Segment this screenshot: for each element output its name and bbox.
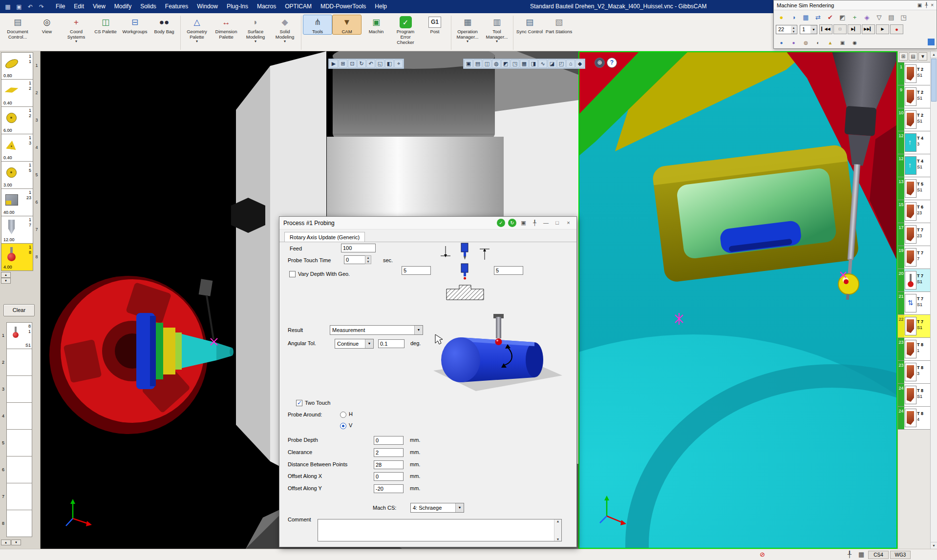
sim-probe-display-icon[interactable]: ▽ <box>873 12 885 22</box>
probe-around-v-radio[interactable] <box>340 423 346 429</box>
sim-stop-button[interactable]: □ <box>833 24 847 34</box>
sim-tool-display-icon[interactable]: ● <box>776 37 787 47</box>
status-stop-all-icon[interactable]: ⊘ <box>760 551 765 559</box>
palette-toggle-icon[interactable]: ◫ <box>483 60 491 68</box>
status-grid-icon[interactable]: ▦ <box>858 551 864 559</box>
menu-macros[interactable]: Macros <box>253 0 280 13</box>
toolbar-machining[interactable]: ▣Machin <box>362 15 391 35</box>
scroll-down-icon[interactable]: ▼ <box>931 542 937 549</box>
sim-axes-icon[interactable]: + <box>849 12 860 22</box>
layers-view-icon[interactable]: ▤ <box>473 60 482 68</box>
dialog-rerun-icon[interactable]: ↻ <box>508 219 516 227</box>
dialog-close-icon[interactable]: × <box>564 219 573 227</box>
dropdown-arrow-icon[interactable]: ▾ <box>284 40 286 43</box>
sim-panel-titlebar[interactable]: Machine Sim Rendering ▣╀× <box>774 0 937 10</box>
ops-scrollbar[interactable]: ▲ ▼ <box>930 51 937 549</box>
stock-view-icon[interactable]: ◪ <box>548 60 556 68</box>
tool-slot-5[interactable]: 153.00 <box>1 162 33 189</box>
offset-along-x-input[interactable] <box>374 472 404 481</box>
dropdown-arrow-icon[interactable]: ▾ <box>255 40 256 43</box>
wg-slot-5[interactable] <box>6 430 32 456</box>
toolbar-geometry-palette[interactable]: △Geometry Palette▾ <box>182 15 212 44</box>
toolbar-dimension-palette[interactable]: ↔Dimension Palette <box>212 15 241 40</box>
wg-indicator[interactable]: WG3 <box>890 551 911 559</box>
tool-slot-3[interactable]: 126.00 <box>1 107 33 134</box>
toolbar-document-control[interactable]: ▤Document Control... <box>3 15 32 40</box>
menu-features[interactable]: Features <box>161 0 192 13</box>
tool-slot-4[interactable]: 130.40 <box>1 134 33 162</box>
dialog-maximize-icon[interactable]: □ <box>553 219 561 227</box>
dropdown-arrow-icon[interactable]: ▾ <box>75 40 77 43</box>
opacity-icon[interactable]: ◍ <box>492 60 501 68</box>
approach-left-input[interactable] <box>402 266 431 275</box>
sim-speed-input[interactable]: 22 ▲▼ <box>776 25 797 34</box>
operation-item-8[interactable]: 17T 723 <box>898 223 931 246</box>
undo-icon[interactable]: ↶ <box>26 3 34 11</box>
angular-tol-input[interactable] <box>378 339 405 348</box>
wg-slot-6[interactable] <box>6 456 32 483</box>
toolbar-program-error-checker[interactable]: ✓Program Error Checker <box>391 15 420 45</box>
wg-slot-7[interactable] <box>6 483 32 510</box>
comment-input[interactable]: ▲▼ <box>318 519 562 541</box>
toolbar-sync-control[interactable]: ▤Sync Control <box>515 15 544 35</box>
operation-item-9[interactable]: 19T 77 <box>898 246 931 269</box>
operation-item-11[interactable]: 21T 7S1 <box>898 292 931 315</box>
cs-indicator[interactable]: CS4 <box>868 551 889 559</box>
sim-dock-icon[interactable]: ▣ <box>917 2 922 8</box>
wg-slot-8[interactable] <box>6 510 32 537</box>
menu-file[interactable]: File <box>51 0 69 13</box>
machine-view-icon[interactable]: ⌂ <box>566 60 575 68</box>
operation-item-4[interactable]: 12T 43 <box>898 131 931 154</box>
menu-view[interactable]: View <box>88 0 110 13</box>
probe-around-h-radio[interactable] <box>340 412 346 418</box>
rotate-view-icon[interactable]: ↻ <box>357 60 366 68</box>
top-view-icon[interactable]: ◱ <box>376 60 384 68</box>
sim-compare-icon[interactable]: ⇄ <box>812 12 824 22</box>
sim-shading-icon[interactable]: ◑ <box>788 12 799 22</box>
operation-item-12[interactable]: 22T 7S1 <box>898 315 931 338</box>
dialog-pin-icon[interactable]: ╀ <box>531 219 539 227</box>
zoom-window-icon[interactable]: ⊞ <box>339 60 347 68</box>
operation-item-7[interactable]: 15T 623 <box>898 200 931 223</box>
expand-all-icon[interactable]: ⊞ <box>899 52 908 61</box>
sim-material-icon[interactable]: ▦ <box>800 12 811 22</box>
dialog-titlebar[interactable]: Process #1 Probing ✓↻▣╀—□× <box>279 217 576 229</box>
dropdown-arrow-icon[interactable]: ▾ <box>496 40 498 43</box>
wg-slot-1[interactable]: 81S1 <box>6 322 32 349</box>
zoom-fit-icon[interactable]: ⊕ <box>595 58 605 68</box>
status-pin-icon[interactable]: ╀ <box>848 551 852 559</box>
clearance-input[interactable] <box>374 448 404 457</box>
sim-layout-icon[interactable]: ◳ <box>898 12 909 22</box>
dialog-float-icon[interactable]: ▣ <box>519 219 528 227</box>
wg-slot-2[interactable] <box>6 349 32 376</box>
sim-warning-display-icon[interactable]: ▲ <box>825 37 836 47</box>
menu-window[interactable]: Window <box>192 0 222 13</box>
sort-icon[interactable]: ▼ <box>918 52 927 61</box>
menu-modify[interactable]: Modify <box>110 0 136 13</box>
tool-slot-6[interactable]: 12340.00 <box>1 189 33 216</box>
palette-scroll-up-icon[interactable]: ▲ <box>1 539 11 545</box>
sim-pin-icon[interactable]: ╀ <box>925 2 928 8</box>
feed-input[interactable] <box>341 244 376 252</box>
sim-stock-display-icon[interactable]: ◍ <box>800 37 811 47</box>
previous-view-icon[interactable]: ↶ <box>366 60 375 68</box>
scroll-thumb[interactable] <box>931 59 937 102</box>
palette-spinner[interactable]: ▲ ▼ <box>1 272 11 284</box>
toolbar-cs-palette[interactable]: ◫CS Palette <box>91 15 120 35</box>
distance-between-points-input[interactable] <box>374 460 404 469</box>
sim-verify-icon[interactable]: ✔ <box>825 12 836 22</box>
tool-slot-8[interactable]: 184.00 <box>1 244 33 271</box>
dialog-ok-icon[interactable]: ✓ <box>497 219 505 227</box>
tab-rotary-axis-update[interactable]: Rotary Axis Update (Generic) <box>284 232 365 242</box>
sim-annotation-display-icon[interactable]: ▣ <box>837 37 848 47</box>
sim-go-to-end-button[interactable]: ▶▶▎ <box>862 24 875 34</box>
scroll-up-icon[interactable]: ▲ <box>931 51 937 58</box>
sim-go-to-start-button[interactable]: ▎◀◀ <box>819 24 832 34</box>
sim-visibility-icon[interactable]: ◉ <box>849 37 860 47</box>
operation-item-1[interactable]: 1T 2S1 <box>898 62 931 85</box>
spin-up-icon[interactable]: ▲ <box>1 272 11 278</box>
dialog-minimize-icon[interactable]: — <box>542 219 550 227</box>
save-icon[interactable]: ▣ <box>15 3 23 11</box>
offset-along-y-input[interactable] <box>374 484 404 493</box>
toolbar-post[interactable]: G1Post <box>420 15 449 35</box>
